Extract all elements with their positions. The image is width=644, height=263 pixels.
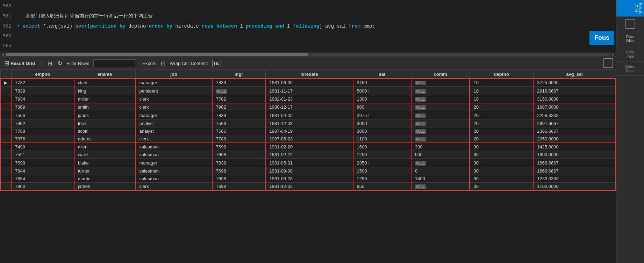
null-badge: NULL <box>415 97 426 102</box>
tab-form-editor[interactable]: FormEditor <box>616 31 644 47</box>
table-row[interactable]: 7369smithclerk79021980-12-17800NULL20188… <box>0 103 616 111</box>
table-cell-sal: 3000 <box>353 120 411 127</box>
scrollbar-track[interactable] <box>6 53 610 56</box>
null-badge: NULL <box>415 105 426 110</box>
table-row[interactable]: 7566jonesmanager78391981-04-022975 ↑NULL… <box>0 111 616 120</box>
table-cell-hiredate: 1981-02-22 <box>266 151 353 159</box>
table-cell-hiredate: 1980-12-17 <box>266 103 353 111</box>
table-cell-sal: 800 <box>353 103 411 111</box>
editor-panel: 560561-- 各部门按入职日期计算当前行的前一行和后一行的平均工资562•s… <box>0 0 616 263</box>
code-line: 563 <box>0 31 616 41</box>
panel-toggle-square[interactable] <box>603 58 613 68</box>
table-cell-deptno: 10 <box>470 87 533 95</box>
up-arrow-icon: ↑ <box>367 160 370 166</box>
row-indicator <box>0 120 11 127</box>
table-cell-empno: 7654 <box>11 175 74 183</box>
row-indicator <box>0 167 11 175</box>
table-cell-empno: 7782 <box>11 79 74 87</box>
table-cell-empno: 7839 <box>11 87 74 95</box>
scroll-right-arrow[interactable]: ▶ <box>610 52 615 57</box>
table-cell-ename: allen <box>74 143 136 151</box>
code-text: -- 各部门按入职日期计算当前行的前一行和后一行的平均工资 <box>17 11 153 21</box>
table-row[interactable]: 7902fordanalyst75661981-12-033000NULL202… <box>0 120 616 127</box>
fous-button[interactable]: Fous <box>589 31 614 45</box>
table-row[interactable]: 7788scottanalyst75661987-04-193000NULL20… <box>0 127 616 135</box>
refresh-button[interactable]: ↻ <box>56 59 64 67</box>
export-label: Export: <box>142 61 157 66</box>
table-cell-empno: 7902 <box>11 120 74 127</box>
table-cell-hiredate: 1981-04-02 <box>266 111 353 120</box>
result-grid-tab[interactable]: ⊞ Result Grid <box>3 59 36 68</box>
table-cell-avg_sal: 2916.6667 <box>533 87 616 95</box>
code-line: 564 <box>0 41 616 51</box>
table-cell-mgr: 7839 <box>212 111 266 120</box>
horizontal-scrollbar[interactable]: ◀ ▶ <box>0 52 616 57</box>
refresh-icon: ↻ <box>58 60 62 67</box>
table-cell-deptno: 30 <box>470 159 533 167</box>
table-row[interactable]: ▶7782clarkmanager78391981-06-092450NULL1… <box>0 79 616 87</box>
columns-icon: ⊟ <box>48 60 52 67</box>
table-cell-ename: turner <box>74 167 136 175</box>
code-line: 560 <box>0 1 616 11</box>
table-cell-job: manager <box>135 159 212 167</box>
row-indicator <box>0 143 11 151</box>
export-button[interactable]: ⊡ <box>159 59 167 67</box>
table-cell-job: salesman <box>135 151 212 159</box>
table-cell-sal: 2850 ↑ <box>353 159 411 167</box>
table-cell-comm: NULL <box>411 120 470 127</box>
grid-container[interactable]: empnoenamejobmgrhiredatesalcommdeptnoavg… <box>0 70 616 263</box>
table-cell-sal: 1600 <box>353 143 411 151</box>
table-cell-deptno: 20 <box>470 135 533 143</box>
table-cell-empno: 7499 <box>11 143 74 151</box>
table-cell-avg_sal: 3150.0000 <box>533 95 616 103</box>
table-cell-hiredate: 1981-02-20 <box>266 143 353 151</box>
null-badge: NULL <box>415 81 426 85</box>
wrap-cell-button[interactable]: IA <box>211 59 222 68</box>
table-row[interactable]: 7654martinsalesman76981981-09-2812501400… <box>0 175 616 183</box>
tab-result-grid[interactable]: ResultGrid <box>616 0 644 17</box>
table-row[interactable]: 7499allensalesman76981981-02-20160030030… <box>0 143 616 151</box>
scrollbar-thumb[interactable] <box>6 53 308 56</box>
table-cell-comm: NULL <box>411 127 470 135</box>
table-cell-comm: 0 <box>411 167 470 175</box>
table-row[interactable]: 7876adamsclerk77881987-05-231100NULL2020… <box>0 135 616 143</box>
table-cell-mgr: 7788 <box>212 135 266 143</box>
table-row[interactable]: 7934millerclerk77821982-01-231300NULL103… <box>0 95 616 103</box>
filter-rows-input[interactable] <box>93 59 135 67</box>
export-icon: ⊡ <box>161 60 165 67</box>
table-cell-ename: blake <box>74 159 136 167</box>
right-panel-square[interactable] <box>625 19 635 29</box>
table-cell-job: clerk <box>135 183 212 191</box>
table-cell-mgr: 7839 <box>212 79 266 87</box>
table-cell-hiredate: 1987-05-23 <box>266 135 353 143</box>
table-cell-avg_sal: 1887.5000 <box>533 103 616 111</box>
table-cell-ename: martin <box>74 175 136 183</box>
table-row[interactable]: 7698blakemanager78391981-05-012850 ↑NULL… <box>0 159 616 167</box>
field-type-label: FieldType <box>616 47 644 61</box>
row-indicator <box>0 159 11 167</box>
table-cell-job: persident <box>135 87 212 95</box>
table-cell-avg_sal: 1100.0000 <box>533 183 616 191</box>
result-toolbar: ⊞ Result Grid | ⊟ ↻ Filter Rows: Export:… <box>0 57 616 70</box>
null-badge: NULL <box>415 129 426 134</box>
table-cell-empno: 7788 <box>11 127 74 135</box>
table-cell-avg_sal: 1425.0000 <box>533 143 616 151</box>
table-row[interactable]: 7839kingpersidentNULL1981-11-175000 ↑NUL… <box>0 87 616 95</box>
table-cell-hiredate: 1982-01-23 <box>266 95 353 103</box>
table-cell-sal: 1250 <box>353 151 411 159</box>
table-cell-empno: 7900 <box>11 183 74 191</box>
table-row[interactable]: 7521wardsalesman76981981-02-221250500301… <box>0 151 616 159</box>
column-header-avg_sal: avg_sal <box>533 70 616 79</box>
grid-icon: ⊞ <box>4 59 9 67</box>
table-cell-ename: miller <box>74 95 136 103</box>
table-cell-hiredate: 1987-04-19 <box>266 127 353 135</box>
table-cell-comm: NULL <box>411 103 470 111</box>
table-cell-hiredate: 1981-06-09 <box>266 79 353 87</box>
table-cell-job: clerk <box>135 135 212 143</box>
columns-toggle-button[interactable]: ⊟ <box>46 59 53 67</box>
table-row[interactable]: 7900jamesclerk76981981-12-03950NULL30110… <box>0 183 616 191</box>
table-cell-sal: 5000 ↑ <box>353 87 411 95</box>
scroll-left-arrow[interactable]: ◀ <box>1 52 6 57</box>
bullet-indicator: • <box>17 21 20 31</box>
table-row[interactable]: 7844turnersalesman76981981-09-0815000301… <box>0 167 616 175</box>
